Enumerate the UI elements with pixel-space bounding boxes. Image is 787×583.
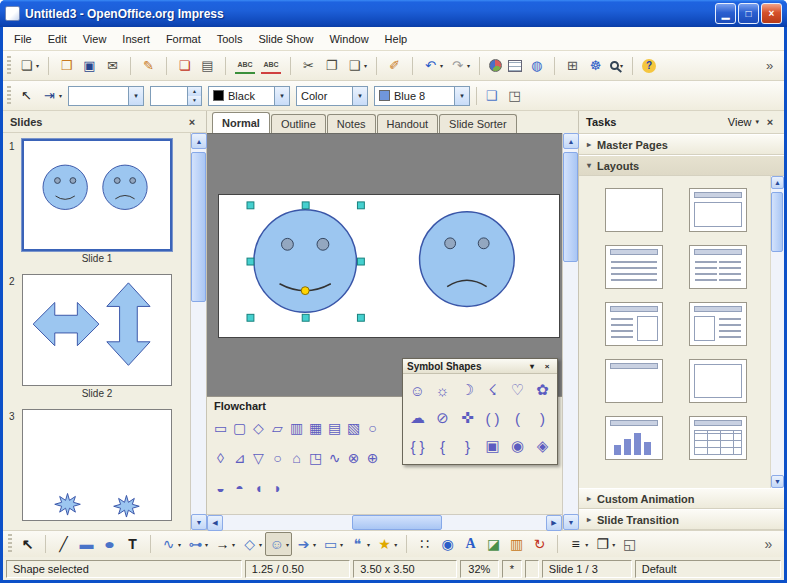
menu-help[interactable]: Help: [377, 29, 416, 49]
lightning-bolt-shape[interactable]: ☇: [480, 376, 505, 404]
zoom-button[interactable]: ▾: [607, 54, 626, 78]
slide-2-item[interactable]: 2 Slide 2: [9, 274, 188, 403]
page-style[interactable]: Default: [635, 560, 781, 578]
menu-format[interactable]: Format: [158, 29, 209, 49]
alignment-button[interactable]: ≡▾: [564, 532, 591, 556]
right-brace-shape[interactable]: }: [455, 432, 480, 460]
horizontal-scrollbar[interactable]: ◀ ▶: [207, 514, 562, 530]
separator[interactable]: [219, 54, 232, 78]
gallery-button[interactable]: ▥: [505, 532, 528, 556]
flowchart-display[interactable]: ◖: [249, 473, 268, 503]
left-brace-shape[interactable]: {: [430, 432, 455, 460]
print-button[interactable]: ▤: [196, 54, 219, 78]
scroll-up-icon[interactable]: ▲: [771, 176, 784, 189]
view-menu-button[interactable]: View ▾: [728, 116, 759, 128]
toolbar-options-button[interactable]: »: [758, 54, 781, 78]
line-button[interactable]: ╱: [52, 532, 75, 556]
separator[interactable]: [548, 54, 561, 78]
line-width-spinner[interactable]: ▲ ▼: [150, 86, 202, 106]
flowchart-manual-operation[interactable]: ▽: [249, 443, 268, 473]
layout-title-content[interactable]: [689, 188, 747, 232]
autospellcheck-button[interactable]: ABC: [258, 54, 284, 78]
spin-down-icon[interactable]: ▼: [188, 96, 201, 105]
menu-edit[interactable]: Edit: [40, 29, 75, 49]
slide-2-thumbnail[interactable]: [22, 274, 172, 386]
scroll-up-icon[interactable]: ▲: [191, 133, 207, 149]
flowchart-manual-input[interactable]: ⊿: [230, 443, 249, 473]
spin-up-icon[interactable]: ▲: [188, 87, 201, 96]
menu-window[interactable]: Window: [321, 29, 376, 49]
select-button[interactable]: ↖: [16, 532, 39, 556]
combo-arrow-icon[interactable]: ▾: [454, 87, 469, 105]
symbol-shapes-titlebar[interactable]: Symbol Shapes ▾ ×: [403, 359, 557, 374]
fontwork-gallery-button[interactable]: A: [459, 532, 482, 556]
separator[interactable]: [406, 54, 419, 78]
slide-1-item[interactable]: 1: [9, 139, 188, 268]
puzzle-shape[interactable]: ✜: [455, 404, 480, 432]
minimize-button[interactable]: ▁: [715, 3, 736, 24]
fill-style-combo[interactable]: Color ▾: [296, 86, 368, 106]
separator[interactable]: [284, 54, 297, 78]
flower-shape[interactable]: ✿: [530, 376, 555, 404]
spreadsheet-button[interactable]: [505, 54, 525, 78]
square-bevel-shape[interactable]: ▣: [480, 432, 505, 460]
curve-button[interactable]: ∿▾: [157, 532, 184, 556]
open-button[interactable]: ❒: [55, 54, 78, 78]
slides-scrollbar[interactable]: ▲ ▼: [190, 133, 206, 530]
frowny-shape[interactable]: [420, 212, 515, 307]
layout-title-chart[interactable]: [605, 416, 663, 460]
tab-slide-sorter[interactable]: Slide Sorter: [439, 114, 516, 133]
layout-title-only[interactable]: [605, 359, 663, 403]
layout-title-table[interactable]: [689, 416, 747, 460]
navigator-button[interactable]: ☸: [584, 54, 607, 78]
octagon-bevel-shape[interactable]: ◉: [505, 432, 530, 460]
double-brace-shape[interactable]: { }: [405, 432, 430, 460]
edit-points-button[interactable]: ∷: [413, 532, 436, 556]
tab-notes[interactable]: Notes: [327, 114, 376, 133]
extrusion-button[interactable]: ◱: [618, 532, 641, 556]
email-button[interactable]: ✉: [101, 54, 124, 78]
separator[interactable]: [124, 54, 137, 78]
toolbar-options-button[interactable]: »: [757, 532, 780, 556]
line-color-combo[interactable]: Black ▾: [208, 86, 290, 106]
close-icon[interactable]: ×: [541, 362, 553, 371]
flowchart-predefined-process[interactable]: ▥: [287, 413, 306, 443]
separator[interactable]: [551, 532, 564, 556]
separator[interactable]: [473, 54, 486, 78]
layout-content-only[interactable]: [689, 359, 747, 403]
toolbar-grip[interactable]: [7, 86, 11, 106]
format-paintbrush-button[interactable]: ✐: [383, 54, 406, 78]
help-button[interactable]: ?: [639, 54, 659, 78]
toolbar-grip[interactable]: [7, 56, 11, 76]
close-button[interactable]: ×: [761, 3, 782, 24]
ellipse-button[interactable]: ●: [98, 532, 121, 556]
section-slide-transition[interactable]: ▸ Slide Transition: [579, 509, 784, 530]
flowchart-direct-access-storage[interactable]: ◓: [230, 473, 249, 503]
shadow-button[interactable]: ❑: [480, 84, 503, 108]
fill-color-combo[interactable]: Blue 8 ▾: [374, 86, 470, 106]
tab-handout[interactable]: Handout: [377, 114, 439, 133]
flowchart-button[interactable]: ▭▾: [319, 532, 346, 556]
hyperlink-button[interactable]: ◍: [525, 54, 548, 78]
rectangle-button[interactable]: ▬: [75, 532, 98, 556]
left-bracket-shape[interactable]: (: [505, 404, 530, 432]
separator[interactable]: [160, 54, 173, 78]
copy-button[interactable]: ❐: [320, 54, 343, 78]
slide-3-item[interactable]: 3: [9, 409, 188, 521]
close-icon[interactable]: ×: [185, 116, 199, 128]
layout-title-bullets[interactable]: [605, 245, 663, 289]
glue-points-button[interactable]: ◉: [436, 532, 459, 556]
flowchart-document[interactable]: ▤: [325, 413, 344, 443]
flowchart-preparation[interactable]: ◊: [211, 443, 230, 473]
redo-button[interactable]: ↷▾: [446, 54, 473, 78]
rotate-button[interactable]: ↻: [528, 532, 551, 556]
flowchart-process[interactable]: ▭: [211, 413, 230, 443]
flowchart-delay[interactable]: ◗: [268, 473, 287, 503]
separator[interactable]: [626, 54, 639, 78]
scroll-down-icon[interactable]: ▼: [563, 514, 579, 530]
flowchart-punched-tape[interactable]: ∿: [325, 443, 344, 473]
flowchart-card[interactable]: ◳: [306, 443, 325, 473]
section-layouts[interactable]: ▾ Layouts: [579, 155, 784, 176]
separator[interactable]: [42, 54, 55, 78]
flowchart-summing-junction[interactable]: ⊗: [344, 443, 363, 473]
